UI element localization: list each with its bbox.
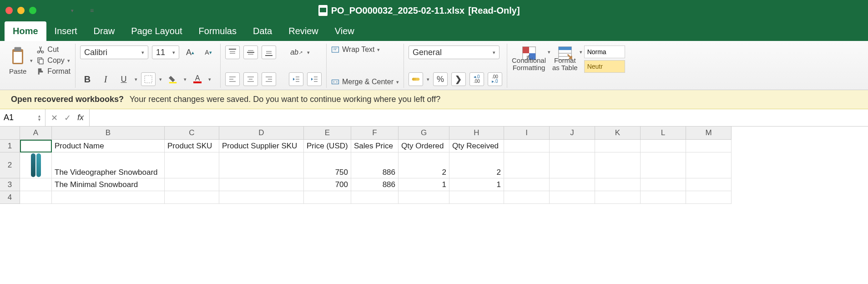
col-header-J[interactable]: J — [550, 127, 595, 140]
cell-H1[interactable]: Qty Received — [449, 140, 504, 152]
cell-F4[interactable] — [351, 191, 399, 204]
cell-L3[interactable] — [641, 178, 686, 191]
conditional-formatting-button[interactable]: ≠ ▾ ConditionalFormatting — [512, 46, 546, 86]
cell-J1[interactable] — [550, 140, 595, 152]
cell-E1[interactable]: Price (USD) — [304, 140, 351, 152]
qa-overflow-icon[interactable]: ≡ — [90, 7, 94, 14]
percent-button[interactable]: % — [433, 72, 448, 86]
cell-A4[interactable] — [20, 191, 52, 204]
bold-button[interactable]: B — [80, 72, 95, 86]
cell-I1[interactable] — [504, 140, 550, 152]
cell-F2[interactable]: 886 — [351, 152, 399, 178]
col-header-L[interactable]: L — [641, 127, 686, 140]
undo-icon[interactable]: ▾ — [71, 8, 74, 14]
currency-button[interactable] — [409, 72, 423, 86]
cell-C1[interactable]: Product SKU — [165, 140, 219, 152]
cell-B4[interactable] — [52, 191, 165, 204]
tab-review[interactable]: Review — [280, 21, 327, 41]
cell-H3[interactable]: 1 — [449, 178, 504, 191]
cell-C2[interactable] — [165, 152, 219, 178]
name-box[interactable]: A1 ▲▼ — [0, 109, 45, 126]
cell-B2[interactable]: The Videographer Snowboard — [52, 152, 165, 178]
increase-decimal-button[interactable]: ◂.0.00 — [469, 72, 484, 86]
col-header-E[interactable]: E — [304, 127, 351, 140]
number-format-dropdown[interactable]: General▾ — [409, 46, 500, 59]
align-left-icon[interactable] — [225, 72, 240, 86]
cell-C3[interactable] — [165, 178, 219, 191]
cell-B3[interactable]: The Minimal Snowboard — [52, 178, 165, 191]
align-middle-icon[interactable] — [243, 46, 258, 59]
tab-draw[interactable]: Draw — [86, 21, 123, 41]
copy-button[interactable]: Copy▾ — [36, 56, 71, 65]
cut-button[interactable]: Cut — [36, 46, 71, 54]
zoom-window-icon[interactable] — [29, 7, 36, 14]
underline-dropdown-icon[interactable]: ▾ — [135, 76, 137, 82]
italic-button[interactable]: I — [98, 72, 113, 86]
cell-G4[interactable] — [399, 191, 449, 204]
cell-L2[interactable] — [641, 152, 686, 178]
cell-F3[interactable]: 886 — [351, 178, 399, 191]
orientation-button[interactable]: ab↗ — [289, 46, 303, 59]
cell-G1[interactable]: Qty Ordered — [399, 140, 449, 152]
align-center-icon[interactable] — [243, 72, 258, 86]
recover-workbooks-bar[interactable]: Open recovered workbooks? Your recent ch… — [0, 90, 868, 109]
col-header-B[interactable]: B — [52, 127, 165, 140]
style-neutral[interactable]: Neutr — [584, 60, 625, 73]
format-as-table-button[interactable]: ▾ Formatas Table — [552, 46, 578, 86]
tab-insert[interactable]: Insert — [46, 21, 86, 41]
cell-K1[interactable] — [595, 140, 641, 152]
increase-font-icon[interactable]: A▴ — [183, 46, 197, 59]
cell-K3[interactable] — [595, 178, 641, 191]
cell-L4[interactable] — [641, 191, 686, 204]
cell-D4[interactable] — [219, 191, 304, 204]
cell-J2[interactable] — [550, 152, 595, 178]
cell-I2[interactable] — [504, 152, 550, 178]
col-header-D[interactable]: D — [219, 127, 304, 140]
cell-G3[interactable]: 1 — [399, 178, 449, 191]
cell-styles-gallery[interactable]: Norma Neutr — [584, 46, 625, 86]
border-button[interactable] — [141, 72, 156, 86]
row-header-1[interactable]: 1 — [0, 140, 20, 152]
font-color-button[interactable]: A — [190, 72, 205, 86]
merge-center-button[interactable]: Merge & Center▾ — [331, 78, 399, 86]
align-right-icon[interactable] — [262, 72, 276, 86]
cell-F1[interactable]: Sales Price — [351, 140, 399, 152]
cell-D2[interactable] — [219, 152, 304, 178]
row-header-2[interactable]: 2 — [0, 152, 20, 178]
cell-L1[interactable] — [641, 140, 686, 152]
formula-input[interactable] — [89, 109, 868, 126]
increase-indent-icon[interactable] — [307, 72, 322, 86]
cell-G2[interactable]: 2 — [399, 152, 449, 178]
format-painter-button[interactable]: Format — [36, 67, 71, 76]
cell-M1[interactable] — [686, 140, 732, 152]
cell-M4[interactable] — [686, 191, 732, 204]
font-size-dropdown[interactable]: 11▾ — [152, 46, 179, 59]
font-name-dropdown[interactable]: Calibri▾ — [80, 46, 148, 59]
comma-button[interactable]: ❯ — [451, 72, 466, 86]
cell-C4[interactable] — [165, 191, 219, 204]
spreadsheet-grid[interactable]: A B C D E F G H I J K L M 1 Product Name… — [0, 127, 868, 204]
currency-dropdown-icon[interactable]: ▾ — [427, 76, 429, 82]
cell-M2[interactable] — [686, 152, 732, 178]
align-top-icon[interactable] — [225, 46, 240, 59]
cell-M3[interactable] — [686, 178, 732, 191]
cell-K4[interactable] — [595, 191, 641, 204]
font-color-dropdown-icon[interactable]: ▾ — [208, 76, 211, 82]
tab-page-layout[interactable]: Page Layout — [123, 21, 190, 41]
fill-color-button[interactable] — [166, 72, 180, 86]
col-header-G[interactable]: G — [399, 127, 449, 140]
row-header-4[interactable]: 4 — [0, 191, 20, 204]
cell-J3[interactable] — [550, 178, 595, 191]
col-header-C[interactable]: C — [165, 127, 219, 140]
cell-I3[interactable] — [504, 178, 550, 191]
cell-E2[interactable]: 750 — [304, 152, 351, 178]
tab-home[interactable]: Home — [5, 21, 46, 41]
col-header-F[interactable]: F — [351, 127, 399, 140]
cell-E3[interactable]: 700 — [304, 178, 351, 191]
cell-D1[interactable]: Product Supplier SKU — [219, 140, 304, 152]
decrease-decimal-button[interactable]: .00▸.0 — [488, 72, 502, 86]
orientation-dropdown-icon[interactable]: ▾ — [307, 50, 310, 56]
close-window-icon[interactable] — [5, 7, 13, 14]
style-normal[interactable]: Norma — [584, 46, 625, 58]
cell-K2[interactable] — [595, 152, 641, 178]
